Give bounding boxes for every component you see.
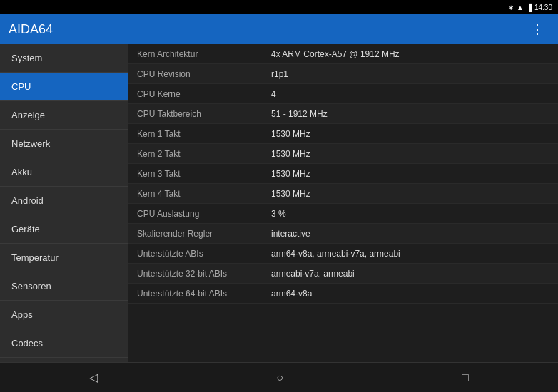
- detail-label: CPU Kerne: [128, 89, 271, 99]
- detail-label: Skalierender Regler: [128, 229, 271, 239]
- sidebar-item-apps[interactable]: Apps: [0, 301, 128, 329]
- menu-button[interactable]: ⋮: [525, 19, 549, 40]
- detail-label: Unterstützte 32-bit ABIs: [128, 269, 271, 279]
- detail-label: Kern 4 Takt: [128, 189, 271, 199]
- sidebar-item-akku[interactable]: Akku: [0, 158, 128, 187]
- recent-button[interactable]: □: [447, 366, 483, 390]
- detail-label: Kern 1 Takt: [128, 129, 271, 139]
- bluetooth-icon: ∗: [508, 4, 514, 11]
- detail-value: 51 - 1912 MHz: [271, 109, 558, 119]
- detail-row: Kern 2 Takt1530 MHz: [128, 144, 558, 164]
- detail-value: r1p1: [271, 69, 558, 79]
- detail-value: 4: [271, 89, 558, 99]
- detail-value: 1530 MHz: [271, 149, 558, 159]
- sidebar-item-sensoren[interactable]: Sensoren: [0, 272, 128, 301]
- detail-row: CPU Kerne4: [128, 84, 558, 104]
- sidebar-item-temperatur[interactable]: Temperatur: [0, 244, 128, 272]
- detail-value: 3 %: [271, 209, 558, 219]
- time-display: 14:30: [534, 4, 552, 11]
- detail-label: CPU Auslastung: [128, 209, 271, 219]
- sidebar-item-system[interactable]: System: [0, 44, 128, 73]
- detail-row: CPU Auslastung3 %: [128, 204, 558, 224]
- sidebar-item-netzwerk[interactable]: Netzwerk: [0, 130, 128, 158]
- battery-icon: ▐: [527, 4, 532, 11]
- sidebar-item-cpu[interactable]: CPU: [0, 73, 128, 101]
- detail-row: CPU Taktbereich51 - 1912 MHz: [128, 104, 558, 124]
- detail-panel: Kern Architektur4x ARM Cortex-A57 @ 1912…: [128, 44, 558, 362]
- detail-row: CPU Revisionr1p1: [128, 64, 558, 84]
- sidebar: SystemCPUAnzeigeNetzwerkAkkuAndroidGerät…: [0, 44, 128, 362]
- detail-row: Unterstützte ABIsarm64-v8a, armeabi-v7a,…: [128, 244, 558, 264]
- sidebar-item-anzeige[interactable]: Anzeige: [0, 101, 128, 130]
- bottom-nav: ◁ ○ □: [0, 362, 558, 392]
- back-button[interactable]: ◁: [75, 365, 112, 390]
- detail-row: Kern Architektur4x ARM Cortex-A57 @ 1912…: [128, 44, 558, 64]
- detail-value: armeabi-v7a, armeabi: [271, 269, 558, 279]
- detail-label: Unterstützte 64-bit ABIs: [128, 289, 271, 299]
- detail-value: interactive: [271, 229, 558, 239]
- main-content: SystemCPUAnzeigeNetzwerkAkkuAndroidGerät…: [0, 44, 558, 362]
- detail-label: CPU Revision: [128, 69, 271, 79]
- detail-value: arm64-v8a, armeabi-v7a, armeabi: [271, 249, 558, 259]
- detail-row: Kern 1 Takt1530 MHz: [128, 124, 558, 144]
- detail-label: Kern 3 Takt: [128, 169, 271, 179]
- top-bar: AIDA64 ⋮: [0, 14, 558, 44]
- detail-value: 1530 MHz: [271, 129, 558, 139]
- detail-row: Skalierender Reglerinteractive: [128, 224, 558, 244]
- detail-label: Kern 2 Takt: [128, 149, 271, 159]
- detail-row: Unterstützte 64-bit ABIsarm64-v8a: [128, 284, 558, 304]
- detail-value: 1530 MHz: [271, 189, 558, 199]
- detail-value: 4x ARM Cortex-A57 @ 1912 MHz: [271, 49, 558, 59]
- wifi-icon: ▲: [517, 4, 524, 11]
- sidebar-item-codecs[interactable]: Codecs: [0, 329, 128, 358]
- status-icons: ∗ ▲ ▐ 14:30: [508, 4, 552, 11]
- detail-value: arm64-v8a: [271, 289, 558, 299]
- home-button[interactable]: ○: [262, 366, 298, 390]
- detail-row: Kern 3 Takt1530 MHz: [128, 164, 558, 184]
- sidebar-item-geraete[interactable]: Geräte: [0, 215, 128, 244]
- detail-row: Unterstützte 32-bit ABIsarmeabi-v7a, arm…: [128, 264, 558, 284]
- app-title: AIDA64: [9, 22, 53, 37]
- detail-value: 1530 MHz: [271, 169, 558, 179]
- status-bar: ∗ ▲ ▐ 14:30: [0, 0, 558, 14]
- detail-label: Unterstützte ABIs: [128, 249, 271, 259]
- detail-label: Kern Architektur: [128, 49, 271, 59]
- detail-row: Kern 4 Takt1530 MHz: [128, 184, 558, 204]
- detail-label: CPU Taktbereich: [128, 109, 271, 119]
- sidebar-item-android[interactable]: Android: [0, 187, 128, 215]
